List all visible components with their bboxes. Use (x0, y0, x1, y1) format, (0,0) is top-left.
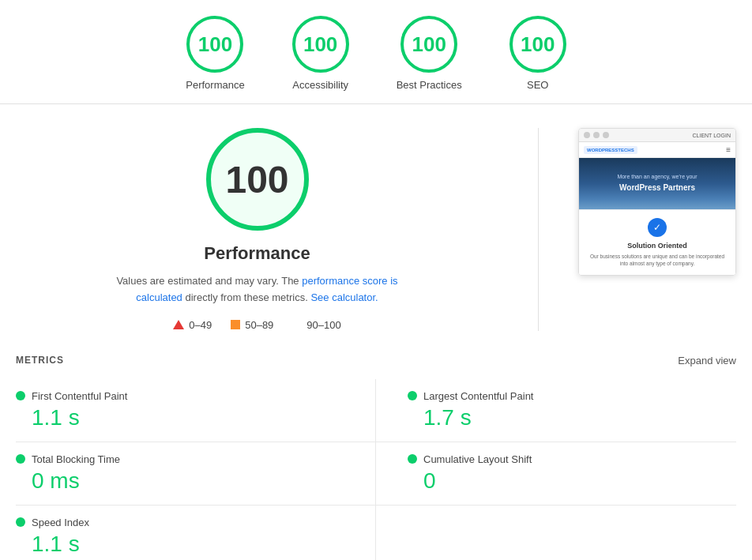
metric-fcp-header: First Contentful Paint (16, 390, 344, 402)
preview-topbar: CLIENT LOGIN (579, 129, 735, 142)
metrics-header: METRICS Expand view (16, 355, 736, 366)
metric-si-header: Speed Index (16, 517, 344, 528)
vertical-divider (538, 128, 539, 331)
score-circle-best-practices: 100 (400, 16, 457, 73)
legend-fail: 0–49 (173, 319, 212, 331)
metric-tbt-header: Total Blocking Time (16, 453, 344, 465)
legend-pass: 90–100 (292, 319, 340, 331)
metric-tbt-dot (16, 454, 25, 464)
metric-fcp-value: 1.1 s (32, 405, 344, 430)
metric-cls-dot (408, 454, 417, 464)
score-circle-performance: 100 (186, 16, 243, 73)
legend: 0–49 50–89 90–100 (173, 319, 340, 331)
fail-range: 0–49 (189, 319, 212, 331)
average-range: 50–89 (245, 319, 273, 331)
score-label-accessibility: Accessibility (292, 79, 348, 91)
performance-description: Values are estimated and may vary. The p… (107, 273, 408, 306)
preview-logo: WORDPRESSTECHS (584, 146, 637, 154)
preview-check-icon: ✓ (648, 218, 667, 237)
score-label-performance: Performance (186, 79, 244, 91)
score-performance[interactable]: 100 Performance (186, 16, 244, 91)
score-circle-seo: 100 (509, 16, 566, 73)
legend-average: 50–89 (231, 319, 273, 331)
score-accessibility[interactable]: 100 Accessibility (292, 16, 349, 91)
preview-topbar-icons (584, 132, 609, 138)
average-icon (231, 320, 240, 329)
expand-view-button[interactable]: Expand view (678, 355, 736, 366)
preview-login-text: CLIENT LOGIN (693, 133, 731, 138)
metric-cls-header: Cumulative Layout Shift (408, 453, 724, 465)
preview-bottom: ✓ Solution Oriented Our business solutio… (579, 209, 735, 275)
preview-hero-subtitle: More than an agency, we're your (587, 174, 728, 179)
website-preview: CLIENT LOGIN WORDPRESSTECHS ≡ More than … (578, 128, 736, 276)
score-seo[interactable]: 100 SEO (509, 16, 566, 91)
metric-tbt-value: 0 ms (32, 468, 344, 494)
preview-nav: WORDPRESSTECHS ≡ (579, 142, 735, 158)
metrics-title: METRICS (16, 355, 64, 366)
calc-link[interactable]: See calculator. (310, 291, 378, 303)
topbar-icon-1 (584, 132, 590, 138)
metric-si-dot (16, 517, 25, 527)
metric-si-name: Speed Index (32, 517, 89, 528)
metric-cls-value: 0 (423, 468, 724, 494)
preview-hamburger-icon: ≡ (726, 145, 731, 154)
left-panel: 100 Performance Values are estimated and… (16, 128, 498, 331)
metric-si: Speed Index 1.1 s (16, 506, 376, 560)
pass-icon (292, 320, 302, 329)
score-best-practices[interactable]: 100 Best Practices (397, 16, 462, 91)
metric-lcp-header: Largest Contentful Paint (408, 390, 724, 402)
metric-lcp-dot (408, 391, 417, 400)
pass-range: 90–100 (306, 319, 340, 331)
main-content: 100 Performance Values are estimated and… (0, 104, 752, 347)
metric-cls-name: Cumulative Layout Shift (423, 453, 532, 465)
metric-fcp-dot (16, 391, 25, 400)
preview-hero-title: WordPress Partners (587, 182, 728, 194)
fail-icon (173, 320, 184, 329)
topbar-icon-2 (593, 132, 600, 138)
desc-text-2: directly from these metrics. (182, 291, 311, 303)
metric-lcp-value: 1.7 s (423, 405, 724, 430)
metric-lcp: Largest Contentful Paint 1.7 s (376, 379, 736, 442)
preview-solution-title: Solution Oriented (585, 242, 729, 250)
metric-fcp: First Contentful Paint 1.1 s (16, 379, 376, 442)
preview-hero: More than an agency, we're your WordPres… (579, 158, 735, 209)
score-label-seo: SEO (527, 79, 548, 91)
big-score-circle: 100 (206, 128, 309, 231)
preview-solution-text: Our business solutions are unique and ca… (585, 253, 729, 267)
performance-title: Performance (204, 243, 310, 264)
topbar-icon-3 (603, 132, 609, 138)
top-scores-section: 100 Performance 100 Accessibility 100 Be… (0, 0, 752, 104)
metrics-section: METRICS Expand view First Contentful Pai… (0, 347, 752, 560)
metric-tbt-name: Total Blocking Time (32, 453, 120, 465)
metric-si-value: 1.1 s (32, 532, 344, 557)
metric-fcp-name: First Contentful Paint (32, 390, 127, 402)
metric-cls: Cumulative Layout Shift 0 (376, 442, 736, 506)
metric-lcp-name: Largest Contentful Paint (423, 390, 533, 402)
score-circle-accessibility: 100 (292, 16, 349, 73)
metrics-grid: First Contentful Paint 1.1 s Largest Con… (16, 379, 736, 560)
desc-text-1: Values are estimated and may vary. The (116, 275, 302, 287)
score-label-best-practices: Best Practices (397, 79, 462, 91)
right-panel: CLIENT LOGIN WORDPRESSTECHS ≡ More than … (578, 128, 736, 331)
metric-tbt: Total Blocking Time 0 ms (16, 442, 376, 506)
